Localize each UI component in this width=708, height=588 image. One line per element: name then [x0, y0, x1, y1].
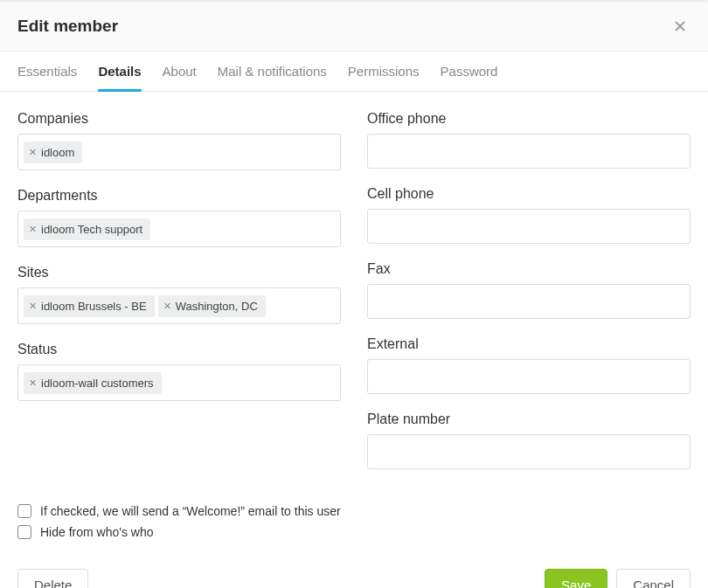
- left-column: Companies ✕ idloom Departments ✕ idloom …: [17, 111, 341, 487]
- save-button[interactable]: Save: [545, 569, 607, 588]
- status-field: Status ✕ idloom-wall customers: [17, 342, 341, 401]
- companies-input[interactable]: ✕ idloom: [17, 134, 341, 170]
- remove-tag-icon[interactable]: ✕: [29, 301, 37, 311]
- edit-member-modal: Edit member Essentials Details About Mai…: [0, 2, 708, 588]
- tag-label: idloom: [41, 146, 74, 159]
- welcome-email-label: If checked, we will send a “Welcome!” em…: [40, 504, 341, 518]
- plate-number-input[interactable]: [367, 434, 691, 469]
- status-input[interactable]: ✕ idloom-wall customers: [17, 364, 341, 401]
- departments-input[interactable]: ✕ idloom Tech support: [17, 211, 341, 247]
- tag-label: idloom-wall customers: [41, 377, 154, 390]
- external-field: External: [367, 336, 691, 394]
- tabs: Essentials Details About Mail & notifica…: [0, 52, 708, 92]
- sites-input[interactable]: ✕ idloom Brussels - BE ✕ Washington, DC: [17, 287, 341, 324]
- remove-tag-icon[interactable]: ✕: [29, 148, 37, 157]
- hide-whos-who-label: Hide from who's who: [40, 525, 154, 539]
- modal-footer: Delete Save Cancel: [0, 555, 708, 588]
- plate-number-label: Plate number: [367, 412, 691, 427]
- tab-details[interactable]: Details: [98, 52, 141, 92]
- modal-body: Companies ✕ idloom Departments ✕ idloom …: [0, 92, 708, 555]
- status-label: Status: [17, 342, 341, 357]
- cell-phone-label: Cell phone: [367, 186, 691, 202]
- tag-idloom-tech-support: ✕ idloom Tech support: [24, 218, 150, 240]
- remove-tag-icon[interactable]: ✕: [29, 225, 37, 234]
- tag-idloom: ✕ idloom: [24, 142, 82, 163]
- close-button[interactable]: [670, 16, 691, 37]
- office-phone-field: Office phone: [367, 111, 691, 169]
- sites-field: Sites ✕ idloom Brussels - BE ✕ Washingto…: [17, 265, 341, 324]
- welcome-email-checkbox[interactable]: [17, 504, 31, 518]
- modal-header: Edit member: [0, 2, 708, 52]
- tag-idloom-brussels: ✕ idloom Brussels - BE: [24, 295, 155, 317]
- tag-idloom-wall-customers: ✕ idloom-wall customers: [24, 372, 162, 394]
- remove-tag-icon[interactable]: ✕: [163, 301, 171, 311]
- fax-input[interactable]: [367, 284, 691, 319]
- welcome-email-row: If checked, we will send a “Welcome!” em…: [17, 504, 691, 518]
- right-column: Office phone Cell phone Fax External Pla: [367, 111, 691, 487]
- plate-number-field: Plate number: [367, 412, 691, 469]
- fax-label: Fax: [367, 261, 691, 277]
- office-phone-label: Office phone: [367, 111, 691, 127]
- delete-button[interactable]: Delete: [17, 569, 88, 588]
- tag-label: idloom Brussels - BE: [41, 300, 147, 313]
- checkbox-section: If checked, we will send a “Welcome!” em…: [17, 504, 691, 539]
- hide-whos-who-row: Hide from who's who: [17, 525, 691, 539]
- companies-label: Companies: [17, 111, 341, 127]
- cancel-button[interactable]: Cancel: [616, 569, 691, 588]
- tag-washington-dc: ✕ Washington, DC: [158, 295, 266, 317]
- tab-permissions[interactable]: Permissions: [348, 52, 420, 92]
- sites-label: Sites: [17, 265, 341, 280]
- tab-password[interactable]: Password: [441, 52, 498, 92]
- tag-label: idloom Tech support: [41, 223, 142, 236]
- tag-label: Washington, DC: [176, 300, 258, 313]
- departments-label: Departments: [17, 188, 341, 204]
- external-input[interactable]: [367, 359, 691, 394]
- modal-title: Edit member: [17, 17, 118, 36]
- tab-essentials[interactable]: Essentials: [17, 52, 77, 92]
- cell-phone-input[interactable]: [367, 209, 691, 244]
- hide-whos-who-checkbox[interactable]: [17, 525, 31, 539]
- tab-about[interactable]: About: [163, 52, 197, 92]
- fax-field: Fax: [367, 261, 691, 319]
- cell-phone-field: Cell phone: [367, 186, 691, 244]
- office-phone-input[interactable]: [367, 134, 691, 169]
- departments-field: Departments ✕ idloom Tech support: [17, 188, 341, 247]
- close-icon: [673, 23, 687, 36]
- tab-mail-notifications[interactable]: Mail & notifications: [218, 52, 327, 92]
- companies-field: Companies ✕ idloom: [17, 111, 341, 170]
- external-label: External: [367, 336, 691, 352]
- remove-tag-icon[interactable]: ✕: [29, 378, 37, 388]
